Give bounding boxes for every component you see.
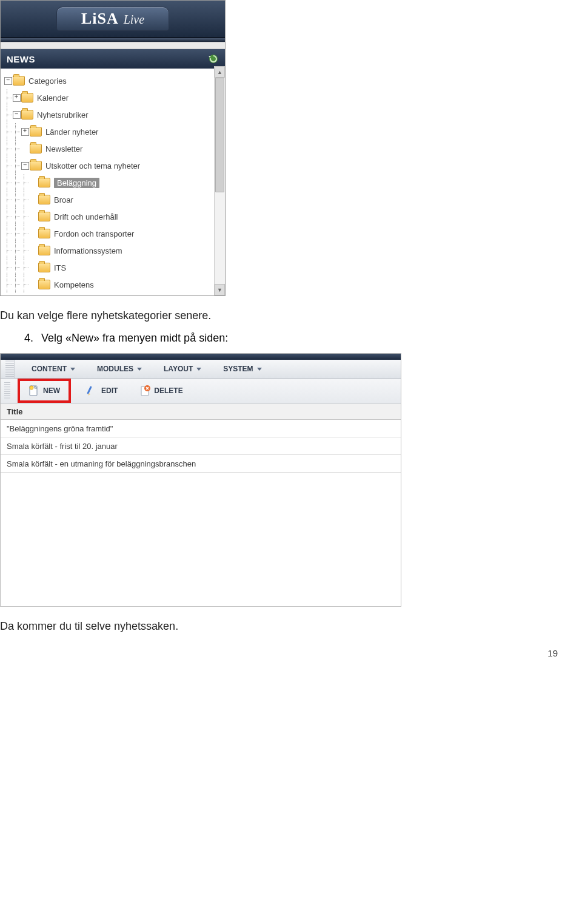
tree-label: Informationssystem: [54, 246, 122, 255]
folder-icon: [21, 110, 33, 120]
top-bar: [1, 354, 401, 360]
tool-label: DELETE: [154, 386, 182, 395]
column-header-title[interactable]: Title: [1, 403, 401, 420]
folder-icon: [30, 144, 42, 153]
vertical-scrollbar[interactable]: ▲ ▼: [214, 66, 225, 295]
folder-icon: [38, 263, 50, 272]
list-item[interactable]: Smala körfält - en utmaning för beläggni…: [1, 455, 401, 473]
folder-icon: [38, 195, 50, 204]
empty-area: [1, 473, 401, 606]
expand-icon[interactable]: +: [21, 128, 29, 136]
folder-icon: [38, 212, 50, 221]
list-item[interactable]: "Beläggningens gröna framtid": [1, 420, 401, 437]
collapse-icon[interactable]: −: [21, 162, 29, 170]
expand-icon[interactable]: +: [13, 94, 21, 102]
tree-item-fordon[interactable]: Fordon och transporter: [3, 225, 222, 242]
step-number: 4.: [24, 332, 41, 345]
tree-item-nyhetsrubriker[interactable]: − Nyhetsrubriker: [3, 106, 222, 123]
row-title: "Beläggningens gröna framtid": [7, 424, 113, 433]
tree-item-categories[interactable]: − Categories: [3, 72, 222, 89]
tree-label: Länder nyheter: [45, 127, 98, 137]
tool-label: NEW: [43, 386, 60, 395]
tree-item-drift[interactable]: Drift och underhåll: [3, 208, 222, 225]
tree-label: Newsletter: [45, 144, 82, 153]
tree-label: ITS: [54, 263, 66, 272]
page-number: 19: [547, 648, 558, 658]
tree-label: Broar: [54, 195, 73, 204]
logo-sub: Live: [124, 13, 144, 27]
folder-icon: [38, 246, 50, 255]
scroll-down-icon[interactable]: ▼: [215, 284, 225, 295]
scroll-up-icon[interactable]: ▲: [215, 66, 225, 78]
tree-item-belaggning[interactable]: Beläggning: [3, 174, 222, 191]
tree-label: Drift och underhåll: [54, 212, 118, 221]
menu-content[interactable]: CONTENT: [21, 360, 86, 378]
row-title: Smala körfält - frist til 20. januar: [7, 442, 118, 451]
tree-item-broar[interactable]: Broar: [3, 191, 222, 208]
grip-icon: [5, 360, 15, 378]
tree-item-utskotter[interactable]: − Utskotter och tema nyheter: [3, 157, 222, 174]
tree-label: Categories: [28, 76, 67, 86]
new-button[interactable]: NEW: [22, 382, 66, 399]
tree-item-informationssystem[interactable]: Informationssystem: [3, 242, 222, 259]
chevron-down-icon: [70, 368, 75, 371]
tree-label: Utskotter och tema nyheter: [45, 161, 140, 170]
menu-label: MODULES: [97, 365, 133, 373]
tree-label: Kalender: [37, 93, 69, 103]
tree-label-selected: Beläggning: [54, 178, 99, 188]
paragraph: Da kommer du til selve nyhetssaken.: [0, 619, 582, 634]
menu-layout[interactable]: LAYOUT: [153, 360, 212, 378]
screenshot-content-list: CONTENT MODULES LAYOUT SYSTEM: [0, 353, 401, 607]
category-tree: − Categories + Kalender − Nyhetsrubriker: [1, 69, 225, 295]
folder-icon: [30, 161, 42, 170]
tree-item-its[interactable]: ITS: [3, 259, 222, 276]
refresh-icon[interactable]: [208, 53, 219, 64]
svg-point-3: [30, 386, 33, 389]
menu-label: CONTENT: [32, 365, 67, 373]
menu-modules[interactable]: MODULES: [86, 360, 153, 378]
collapse-icon[interactable]: −: [13, 111, 21, 119]
tree-item-newsletter[interactable]: Newsletter: [3, 140, 222, 157]
menu-label: SYSTEM: [223, 365, 253, 373]
toolbar: NEW EDIT DELETE: [1, 379, 401, 403]
svg-rect-4: [87, 386, 92, 394]
folder-icon: [38, 280, 50, 289]
main-menu-bar: CONTENT MODULES LAYOUT SYSTEM: [1, 360, 401, 379]
tree-item-lander-nyheter[interactable]: + Länder nyheter: [3, 123, 222, 140]
menu-system[interactable]: SYSTEM: [212, 360, 272, 378]
screenshot-tree-panel: LiSA Live NEWS − Categories +: [0, 0, 226, 296]
tree-item-kompetens[interactable]: Kompetens: [3, 276, 222, 293]
folder-icon: [13, 76, 25, 86]
new-page-icon: [28, 385, 39, 397]
row-title: Smala körfält - en utmaning för beläggni…: [7, 459, 196, 468]
tree-item-kalender[interactable]: + Kalender: [3, 89, 222, 106]
tree-label: Kompetens: [54, 280, 94, 289]
spacer: [1, 42, 225, 49]
delete-button[interactable]: DELETE: [133, 382, 189, 399]
tool-label: EDIT: [101, 386, 118, 395]
edit-button[interactable]: EDIT: [81, 382, 124, 399]
numbered-step: 4. Velg «New» fra menyen midt på siden:: [24, 332, 582, 345]
chevron-down-icon: [257, 368, 262, 371]
folder-icon: [38, 178, 50, 187]
column-header-label: Title: [7, 407, 23, 416]
panel-title: NEWS: [7, 54, 35, 64]
tree-label: Fordon och transporter: [54, 229, 134, 238]
scroll-thumb[interactable]: [215, 78, 224, 192]
list-item[interactable]: Smala körfält - frist til 20. januar: [1, 437, 401, 455]
chevron-down-icon: [196, 368, 201, 371]
menu-label: LAYOUT: [164, 365, 193, 373]
scroll-track[interactable]: [215, 78, 225, 284]
collapse-icon[interactable]: −: [4, 77, 12, 85]
app-logo: LiSA Live: [56, 7, 169, 31]
logo-main: LiSA: [81, 10, 119, 28]
folder-icon: [21, 93, 33, 103]
app-logo-bar: LiSA Live: [1, 1, 225, 38]
paragraph: Du kan velge flere nyhetskategorier sene…: [0, 308, 582, 323]
tree-label: Nyhetsrubriker: [37, 110, 89, 120]
highlight-annotation: NEW: [18, 379, 71, 403]
delete-icon: [139, 385, 150, 397]
grip-icon: [4, 382, 10, 399]
folder-icon: [30, 127, 42, 137]
step-text: Velg «New» fra menyen midt på siden:: [41, 332, 228, 345]
